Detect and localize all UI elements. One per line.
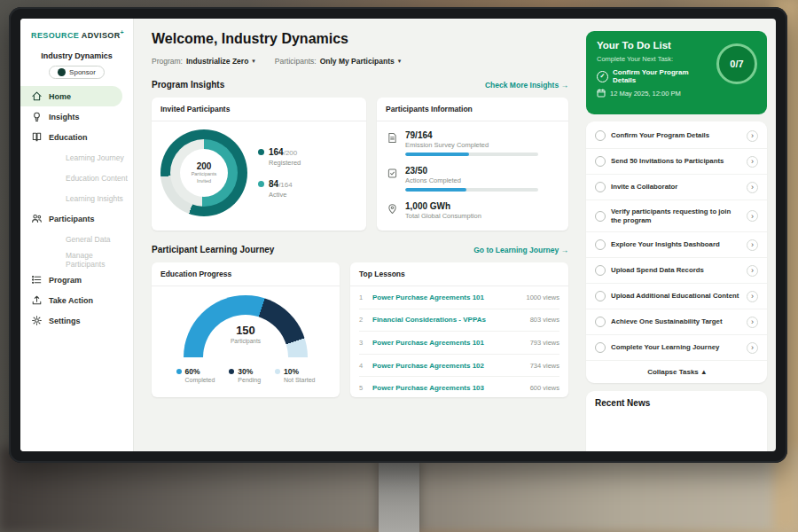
sidebar-nav: HomeInsightsEducationLearning JourneyEdu… — [20, 86, 133, 331]
chevron-right-icon[interactable]: › — [747, 342, 758, 354]
checkbox-icon[interactable] — [595, 317, 606, 327]
checkbox-icon[interactable] — [595, 342, 606, 353]
card-title: Invited Participants — [152, 98, 366, 121]
filter-label: Participants: — [275, 57, 317, 66]
sidebar-item-label: Insights — [49, 113, 80, 121]
chevron-right-icon[interactable]: › — [747, 239, 758, 251]
sidebar-item-general-data[interactable]: General Data — [20, 229, 133, 249]
sidebar-item-label: Home — [49, 92, 71, 101]
sidebar-item-manage-participants[interactable]: Manage Participants — [20, 249, 133, 270]
todo-task-verify-participants-requesting-to-join-the-program[interactable]: Verify participants requesting to join t… — [586, 200, 767, 232]
monitor-stand — [379, 458, 419, 532]
progress-bar — [405, 188, 538, 192]
learning-journey-section-header: Participant Learning Journey Go to Learn… — [152, 245, 568, 254]
todo-next-task: ✓ Confirm Your Program Details — [597, 68, 712, 84]
sidebar-item-label: General Data — [66, 235, 111, 244]
program-filter-dropdown[interactable]: Program: Industrialize Zero ▾ — [152, 57, 255, 66]
todo-due-date: 12 May 2025, 12:00 PM — [597, 89, 712, 98]
checkbox-icon[interactable] — [595, 239, 606, 250]
chevron-down-icon: ▾ — [252, 58, 255, 65]
lesson-link[interactable]: Power Purchase Agreements 101 — [372, 293, 519, 301]
chevron-right-icon[interactable]: › — [747, 317, 758, 328]
todo-task-upload-additional-educational-content[interactable]: Upload Additional Educational Content› — [586, 284, 767, 309]
participants-filter-dropdown[interactable]: Participants: Only My Participants ▾ — [275, 57, 401, 66]
todo-task-invite-a-collaborator[interactable]: Invite a Collaborator› — [586, 175, 767, 200]
sidebar: RESOURCE ADVISOR+ Industry Dynamics Spon… — [20, 19, 134, 451]
checkbox-icon[interactable] — [595, 156, 606, 167]
todo-task-confirm-your-program-details[interactable]: Confirm Your Program Details› — [586, 123, 767, 149]
chevron-right-icon[interactable]: › — [747, 130, 758, 142]
main-content: Welcome, Industry Dynamics Program: Indu… — [134, 19, 581, 451]
check-more-insights-link[interactable]: Check More Insights → — [485, 81, 568, 90]
book-icon — [31, 131, 43, 143]
legend-dot-icon — [275, 369, 280, 374]
sidebar-item-education-content[interactable]: Education Content — [20, 168, 133, 188]
lesson-row: 5Power Purchase Agreements 103600 views — [359, 377, 559, 399]
todo-subtitle: Complete Your Next Task: — [597, 55, 712, 63]
actions-icon — [387, 166, 398, 192]
sidebar-item-participants[interactable]: Participants — [20, 208, 133, 229]
checkbox-icon[interactable] — [595, 265, 606, 276]
gauge-legend-completed: 60%Completed — [176, 367, 215, 383]
todo-header-card: Your To Do List Complete Your Next Task:… — [586, 31, 767, 114]
gauge-legend-pending: 30%Pending — [229, 367, 261, 383]
photo-backdrop: RESOURCE ADVISOR+ Industry Dynamics Spon… — [0, 0, 798, 532]
lesson-row: 2Financial Considerations - VPPAs803 vie… — [359, 309, 559, 332]
legend-item-registered: 164/200Registered — [258, 147, 301, 167]
todo-task-card: Confirm Your Program Details›Send 50 Inv… — [586, 121, 767, 383]
chevron-right-icon[interactable]: › — [747, 156, 758, 168]
sponsor-badge[interactable]: Sponsor — [49, 66, 105, 79]
todo-task-achieve-one-sustainability-target[interactable]: Achieve One Sustainability Target› — [586, 309, 767, 335]
chevron-right-icon[interactable]: › — [747, 182, 758, 193]
lesson-link[interactable]: Power Purchase Agreements 103 — [372, 384, 523, 392]
lesson-link[interactable]: Financial Considerations - VPPAs — [372, 316, 523, 324]
sidebar-item-learning-insights[interactable]: Learning Insights — [20, 188, 133, 208]
sidebar-item-take-action[interactable]: Take Action — [20, 290, 133, 310]
lesson-row: 1Power Purchase Agreements 1011000 views — [359, 286, 559, 309]
lesson-row: 4Power Purchase Agreements 102734 views — [359, 355, 559, 378]
invited-participants-donut: 200 Participants Invited — [160, 129, 247, 216]
list-icon — [31, 274, 43, 286]
todo-task-complete-your-learning-journey[interactable]: Complete Your Learning Journey› — [586, 335, 767, 361]
gauge-legend: 60%Completed30%Pending10%Not Started — [176, 367, 316, 383]
progress-bar — [405, 153, 538, 156]
participants-stats: 79/164 Emission Survey Completed 23/50 A… — [377, 121, 568, 229]
dashboard-app: RESOURCE ADVISOR+ Industry Dynamics Spon… — [20, 19, 776, 451]
todo-task-send-50-invitations-to-participants[interactable]: Send 50 Invitations to Participants› — [586, 149, 767, 175]
check-circle-icon: ✓ — [597, 71, 608, 82]
sidebar-item-settings[interactable]: Settings — [20, 310, 133, 331]
sidebar-item-label: Manage Participants — [66, 251, 133, 269]
go-to-learning-journey-link[interactable]: Go to Learning Journey → — [473, 246, 568, 254]
logo-secondary: ADVISOR — [82, 31, 121, 40]
page-title: Welcome, Industry Dynamics — [152, 31, 568, 47]
sidebar-item-learning-journey[interactable]: Learning Journey — [20, 147, 133, 168]
app-logo: RESOURCE ADVISOR+ — [20, 29, 133, 40]
chevron-right-icon[interactable]: › — [747, 210, 758, 222]
sidebar-item-education[interactable]: Education — [20, 127, 133, 147]
people-icon — [31, 213, 43, 224]
calendar-icon — [597, 89, 606, 98]
sidebar-item-home[interactable]: Home — [20, 86, 122, 106]
checkbox-icon[interactable] — [595, 291, 606, 301]
survey-icon — [387, 130, 398, 156]
sidebar-item-insights[interactable]: Insights — [20, 106, 133, 127]
checkbox-icon[interactable] — [595, 211, 606, 222]
filter-bar: Program: Industrialize Zero ▾ Participan… — [152, 57, 568, 66]
lesson-link[interactable]: Power Purchase Agreements 101 — [372, 339, 523, 347]
checkbox-icon[interactable] — [595, 182, 606, 192]
chevron-up-icon: ▴ — [702, 368, 706, 376]
collapse-tasks-button[interactable]: Collapse Tasks ▴ — [586, 361, 767, 381]
chevron-right-icon[interactable]: › — [747, 265, 758, 277]
sidebar-item-program[interactable]: Program — [20, 270, 133, 290]
lesson-link[interactable]: Power Purchase Agreements 102 — [372, 362, 523, 370]
filter-value: Industrialize Zero — [186, 57, 248, 66]
learning-journey-cards: Education Progress 150 Participants 60% — [152, 262, 568, 397]
legend-dot-icon — [258, 181, 264, 187]
todo-task-upload-spend-data-records[interactable]: Upload Spend Data Records› — [586, 258, 767, 284]
invited-participants-card: Invited Participants 200 Participants In… — [152, 98, 366, 231]
location-icon — [387, 201, 398, 220]
chevron-right-icon[interactable]: › — [747, 291, 758, 302]
checkbox-icon[interactable] — [595, 130, 606, 141]
recent-news-card: Recent News — [586, 391, 767, 451]
todo-task-explore-your-insights-dashboard[interactable]: Explore Your Insights Dashboard› — [586, 232, 767, 258]
